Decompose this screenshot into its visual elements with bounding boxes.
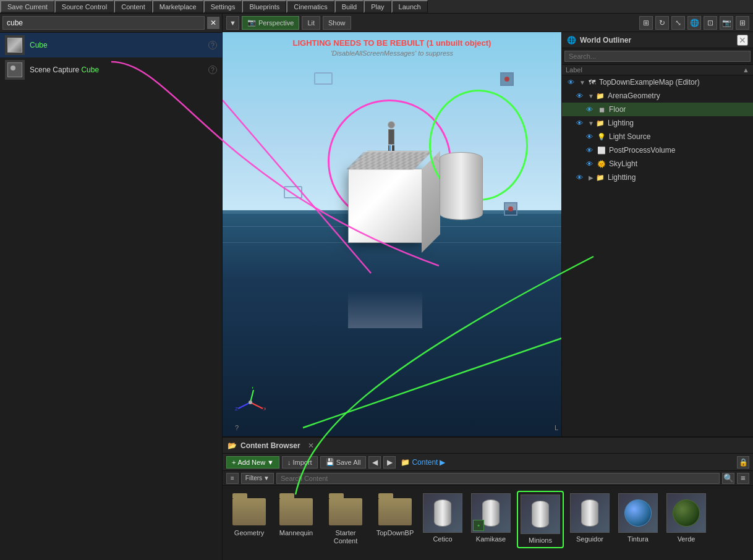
cb-lock-button[interactable]: 🔒: [737, 456, 749, 469]
cb-item-starter-content[interactable]: Starter Content: [321, 491, 370, 548]
outliner-close-button[interactable]: ✕: [737, 35, 748, 46]
eye-icon-0[interactable]: 👁: [566, 77, 576, 87]
viewport[interactable]: LIGHTING NEEDS TO BE REBUILT (1 unbuilt …: [223, 32, 561, 436]
eye-icon-4[interactable]: 👁: [584, 132, 594, 142]
scene-capture-label: Scene Capture Cube: [30, 66, 99, 74]
content-search-button[interactable]: 🔍: [722, 473, 734, 484]
scene-capture-info-button[interactable]: ?: [208, 66, 217, 74]
toolbar-build[interactable]: Build: [334, 0, 364, 13]
search-input[interactable]: [2, 16, 205, 30]
toolbar-content[interactable]: Content: [114, 0, 152, 13]
import-button[interactable]: ↓ Import: [282, 456, 318, 469]
toolbar-cinematics[interactable]: Cinematics: [286, 0, 334, 13]
camera-icon-1: [314, 72, 333, 85]
content-view-options-button[interactable]: ≡: [737, 473, 749, 484]
outliner-item-floor[interactable]: 👁 ◼ Floor: [562, 103, 753, 116]
cb-item-mannequin[interactable]: Mannequin: [274, 491, 318, 540]
viewport-corner-label: L: [555, 424, 558, 431]
cube-info-button[interactable]: ?: [208, 41, 217, 49]
translate-icon[interactable]: ⊞: [639, 16, 653, 30]
sort-icon[interactable]: ▲: [742, 66, 749, 74]
expand-1[interactable]: ▼: [587, 91, 595, 100]
save-all-button[interactable]: 💾 Save All: [320, 456, 367, 469]
outliner-item-lightting[interactable]: 👁 ▶ 📁 Lightting: [562, 171, 753, 184]
cb-item-geometry[interactable]: Geometry: [228, 491, 271, 540]
eye-icon-6[interactable]: 👁: [584, 159, 594, 169]
expand-7[interactable]: ▶: [587, 173, 595, 182]
folder-icon-1: 📁: [595, 91, 605, 101]
search-clear-button[interactable]: ✕: [207, 17, 219, 29]
search-result-cube[interactable]: Cube ?: [0, 33, 222, 57]
cb-item-seguidor[interactable]: Seguidor: [568, 491, 612, 546]
vp-cube-object[interactable]: [348, 169, 422, 243]
perspective-mode-button[interactable]: 📷 Perspective: [242, 16, 299, 30]
outliner-item-lightsource[interactable]: 👁 💡 Light Source: [562, 130, 753, 143]
add-new-label: Add New: [237, 459, 265, 466]
nav-forward-button[interactable]: ▶: [383, 456, 396, 469]
eye-icon-1[interactable]: 👁: [574, 91, 584, 101]
lit-mode-button[interactable]: Lit: [302, 16, 320, 30]
cb-path: 📁 Content ▶: [398, 457, 448, 468]
viewport-options-dropdown[interactable]: ▼: [226, 16, 239, 30]
outliner-label-6: SkyLight: [609, 159, 637, 168]
content-browser-close-button[interactable]: ✕: [308, 441, 314, 450]
cb-item-cetico[interactable]: Cetico: [420, 491, 465, 546]
toolbar-source-control[interactable]: Source Control: [54, 0, 114, 13]
world-local-icon[interactable]: 🌐: [687, 16, 701, 30]
outliner-item-postprocess[interactable]: 👁 ⬜ PostProcessVolume: [562, 143, 753, 157]
viewport-gizmo-2: [504, 202, 517, 216]
outliner-label-1: ArenaGeometry: [608, 91, 660, 100]
toolbar-launch[interactable]: Launch: [391, 0, 428, 13]
toolbar-marketplace[interactable]: Marketplace: [152, 0, 203, 13]
verde-thumb: [666, 493, 706, 533]
scene-capture-highlight: Cube: [81, 66, 99, 74]
list-view-button[interactable]: ≡: [226, 473, 239, 484]
toolbar-settings[interactable]: Settings: [203, 0, 242, 13]
path-label: Content: [412, 458, 438, 467]
cb-item-minions[interactable]: Minions: [517, 491, 564, 548]
viewport-help-button[interactable]: ?: [235, 424, 239, 431]
show-button[interactable]: Show: [323, 16, 351, 30]
outliner-item-topdownmap[interactable]: 👁 ▼ 🗺 TopDownExampleMap (Editor): [562, 75, 753, 89]
cursor-icon: ↖: [433, 153, 441, 165]
cb-item-kamikase[interactable]: + Kamikase: [469, 491, 513, 546]
scale-icon[interactable]: ⤡: [671, 16, 685, 30]
rotate-icon[interactable]: ↻: [655, 16, 669, 30]
content-browser: 📂 Content Browser ✕ + Add New ▼ ↓ Import: [223, 438, 753, 560]
outliner-search-input[interactable]: [564, 51, 751, 62]
eye-icon-7[interactable]: 👁: [574, 172, 584, 182]
cb-item-topdownbp[interactable]: TopDownBP: [373, 491, 417, 540]
gizmo-dot-2: [508, 206, 513, 211]
eye-icon-2[interactable]: 👁: [584, 104, 594, 114]
expand-0[interactable]: ▼: [578, 78, 587, 87]
topdownbp-label: TopDownBP: [376, 529, 414, 537]
outliner-item-lighting[interactable]: 👁 ▼ 📁 Lighting: [562, 116, 753, 130]
filters-button[interactable]: Filters ▼: [241, 473, 274, 484]
cb-grid: Geometry Mannequin Starter C: [223, 486, 753, 560]
eye-icon-3[interactable]: 👁: [574, 118, 584, 128]
bottom-area: 📂 Content Browser ✕ + Add New ▼ ↓ Import: [223, 436, 753, 560]
expand-3[interactable]: ▼: [587, 119, 595, 127]
toolbar-play[interactable]: Play: [364, 0, 391, 13]
mannequin-label: Mannequin: [279, 529, 313, 537]
left-panel: ✕ Cube ? Scene Capture Cube: [0, 14, 223, 560]
nav-back-button[interactable]: ◀: [368, 456, 381, 469]
content-search-input[interactable]: [276, 473, 720, 484]
toolbar-blueprints[interactable]: Blueprints: [242, 0, 286, 13]
toolbar-save-current[interactable]: Save Current: [0, 0, 54, 13]
cb-item-tintura[interactable]: Tintura: [616, 491, 660, 546]
cb-toolbar: + Add New ▼ ↓ Import 💾 Save All ◀ ▶: [223, 454, 753, 471]
snap-icon[interactable]: ⊡: [704, 16, 717, 30]
kamikase-label: Kamikase: [476, 535, 506, 543]
vp-cylinder-object[interactable]: [440, 152, 483, 220]
camera-speed-icon[interactable]: 📷: [720, 16, 733, 30]
outliner-item-skylight[interactable]: 👁 🌞 SkyLight: [562, 157, 753, 171]
outliner-item-areageometry[interactable]: 👁 ▼ 📁 ArenaGeometry: [562, 89, 753, 103]
cube-result-label: Cube: [30, 41, 48, 49]
eye-icon-5[interactable]: 👁: [584, 145, 594, 155]
add-new-button[interactable]: + Add New ▼: [226, 456, 279, 469]
grid-view-icon[interactable]: ⊞: [736, 16, 749, 30]
cb-item-verde[interactable]: Verde: [664, 491, 708, 546]
search-result-scene-capture[interactable]: Scene Capture Cube ?: [0, 57, 222, 82]
starter-folder-icon: [329, 493, 362, 527]
